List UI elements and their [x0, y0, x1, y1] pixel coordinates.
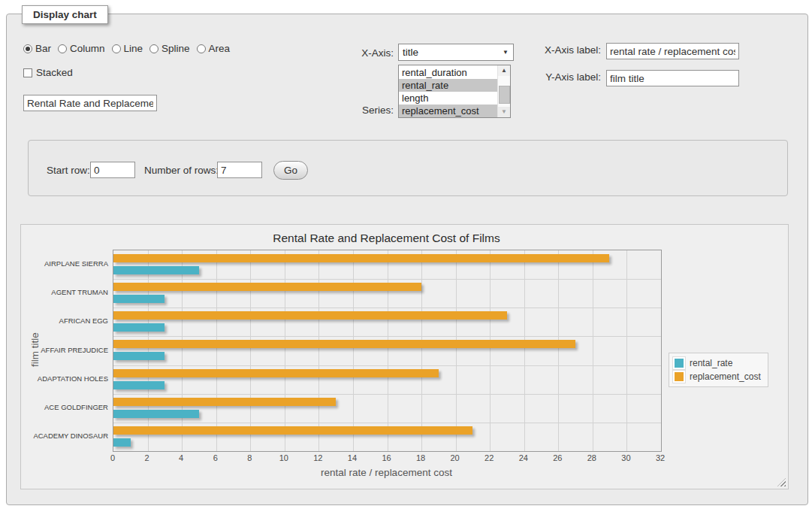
radio-label: Area — [209, 43, 231, 54]
bar-rental_rate[interactable] — [113, 323, 165, 332]
legend-swatch-icon — [675, 372, 684, 381]
gridline — [113, 336, 661, 337]
start-row-input[interactable] — [90, 162, 135, 178]
category-label: AGENT TRUMAN — [21, 288, 108, 296]
radio-icon[interactable] — [112, 44, 121, 53]
radio-icon[interactable] — [197, 44, 206, 53]
gridline — [318, 250, 319, 451]
bar-rental_rate[interactable] — [113, 410, 199, 418]
chart-panel: Rental Rate and Replacement Cost of Film… — [20, 224, 789, 489]
scroll-down-icon[interactable]: ▼ — [498, 107, 510, 117]
radio-label: Bar — [35, 43, 51, 54]
radio-label: Line — [124, 43, 143, 54]
plot-area — [113, 250, 662, 452]
x-axis-label-label: X-Axis label: — [457, 44, 601, 56]
x-axis-label-input[interactable] — [606, 43, 739, 59]
bar-replacement_cost[interactable] — [113, 369, 439, 377]
x-tick-label: 24 — [512, 453, 535, 462]
bar-rental_rate[interactable] — [113, 352, 165, 360]
x-tick-label: 2 — [136, 453, 158, 462]
stacked-checkbox[interactable] — [23, 68, 32, 77]
category-label: ACADEMY DINOSAUR — [21, 432, 108, 440]
scrollbar-thumb[interactable] — [499, 86, 510, 104]
bar-rental_rate[interactable] — [113, 381, 165, 389]
radio-label: Column — [70, 43, 105, 54]
x-tick-label: 20 — [444, 453, 466, 462]
legend-item-rental_rate: rental_rate — [672, 356, 761, 370]
gridline — [250, 250, 251, 451]
radio-icon[interactable] — [58, 44, 67, 53]
bar-rental_rate[interactable] — [113, 438, 131, 447]
gridline — [113, 308, 661, 308]
legend-label: replacement_cost — [690, 371, 761, 382]
series-option-replacement_cost[interactable]: replacement_cost — [399, 105, 497, 117]
legend-item-replacement_cost: replacement_cost — [672, 370, 761, 383]
chart-type-radio-line[interactable]: Line — [112, 43, 143, 54]
gridline — [113, 279, 661, 280]
x-axis-selected-value: title — [403, 47, 418, 58]
bar-replacement_cost[interactable] — [113, 340, 575, 348]
category-label: AFFAIR PREJUDICE — [21, 346, 108, 354]
bar-replacement_cost[interactable] — [113, 283, 421, 291]
series-list-label: Series: — [292, 105, 394, 116]
chart-type-radio-area[interactable]: Area — [197, 43, 231, 54]
legend-swatch-icon — [675, 359, 684, 368]
x-tick-label: 16 — [376, 453, 398, 462]
x-tick-label: 12 — [306, 453, 329, 462]
gridline — [216, 250, 217, 451]
stacked-label: Stacked — [36, 67, 73, 78]
bar-rental_rate[interactable] — [113, 266, 199, 274]
chart-legend: rental_ratereplacement_cost — [669, 353, 768, 387]
stacked-checkbox-row[interactable]: Stacked — [23, 67, 73, 78]
x-tick-label: 0 — [101, 453, 124, 462]
display-chart-fieldset: Display chart BarColumnLineSplineArea St… — [6, 14, 808, 505]
x-tick-label: 30 — [614, 453, 637, 462]
bar-rental_rate[interactable] — [113, 295, 165, 303]
gridline — [388, 250, 388, 451]
x-tick-label: 4 — [170, 453, 192, 462]
bar-replacement_cost[interactable] — [113, 398, 336, 406]
chart-title: Rental Rate and Replacement Cost of Film… — [113, 232, 660, 245]
radio-icon[interactable] — [149, 44, 158, 53]
start-row-label: Start row: — [47, 165, 90, 176]
x-tick-label: 6 — [204, 453, 227, 462]
chart-type-radio-column[interactable]: Column — [58, 43, 105, 54]
x-tick-label: 18 — [409, 453, 432, 462]
gridline — [626, 250, 627, 451]
radio-label: Spline — [161, 43, 190, 54]
gridline — [148, 250, 149, 451]
x-tick-label: 14 — [341, 453, 364, 462]
gridline — [421, 250, 422, 451]
radio-icon[interactable] — [23, 44, 32, 53]
number-of-rows-label: Number of rows: — [144, 165, 219, 176]
gridline — [182, 250, 183, 451]
gridline — [490, 250, 491, 451]
x-tick-label: 28 — [581, 453, 603, 462]
chart-type-radio-spline[interactable]: Spline — [149, 43, 190, 54]
x-tick-label: 32 — [649, 453, 672, 462]
legend-label: rental_rate — [690, 358, 732, 368]
gridline — [113, 365, 661, 366]
category-label: AFRICAN EGG — [21, 317, 108, 325]
gridline — [285, 250, 285, 451]
series-option-length[interactable]: length — [399, 92, 497, 105]
gridline — [353, 250, 354, 451]
y-axis-label-input[interactable] — [606, 70, 739, 86]
bar-replacement_cost[interactable] — [113, 311, 507, 320]
chart-title-input[interactable] — [23, 95, 157, 111]
x-tick-label: 22 — [478, 453, 500, 462]
category-label: ADAPTATION HOLES — [21, 374, 108, 383]
gridline — [113, 394, 661, 395]
bar-replacement_cost[interactable] — [113, 426, 472, 435]
gridline — [558, 250, 559, 451]
gridline — [524, 250, 525, 451]
x-tick-label: 26 — [546, 453, 569, 462]
go-button[interactable]: Go — [273, 161, 308, 180]
bar-replacement_cost[interactable] — [113, 254, 609, 262]
number-of-rows-input[interactable] — [217, 162, 262, 178]
category-label: AIRPLANE SIERRA — [21, 259, 108, 268]
gridline — [593, 250, 593, 451]
chart-type-radio-bar[interactable]: Bar — [23, 43, 51, 54]
resize-handle-icon[interactable] — [777, 478, 786, 486]
x-tick-label: 10 — [273, 453, 295, 462]
